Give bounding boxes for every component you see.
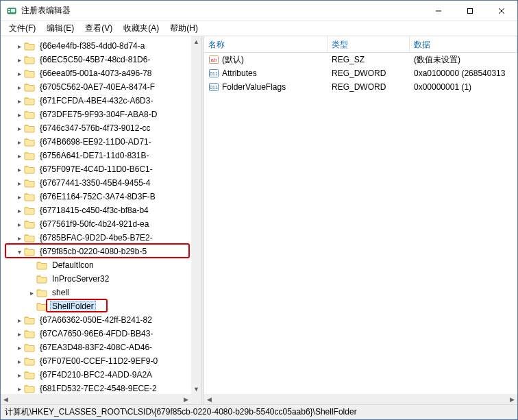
tree-node[interactable]: {6785BFAC-9D2D-4be5-B7E2- (1, 231, 191, 245)
menu-favorites[interactable]: 收藏夹(A) (118, 21, 164, 36)
expand-icon[interactable] (14, 371, 24, 379)
expand-icon[interactable] (14, 166, 24, 173)
tree-hscroll[interactable]: ◀ ▶ (1, 394, 191, 404)
values-list[interactable]: ab(默认)REG_SZ(数值未设置)011AttributesREG_DWOR… (204, 53, 517, 394)
registry-tree[interactable]: {66e4e4fb-f385-4dd0-8d74-a{66EC5C50-45B7… (1, 36, 191, 394)
menu-help[interactable]: 帮助(H) (164, 21, 204, 36)
minimize-button[interactable] (423, 1, 454, 21)
expand-icon[interactable] (14, 358, 24, 365)
col-type[interactable]: 类型 (328, 36, 410, 52)
tree-node[interactable]: {677561f9-50fc-4b24-921d-ea (1, 217, 191, 231)
svg-text:011: 011 (210, 71, 218, 76)
values-hscroll[interactable]: ◀ ▶ (204, 394, 517, 404)
tree-label: {6705C562-0AE7-40EA-8474-F (38, 82, 157, 92)
tree-node[interactable]: {67EA3D48-83F2-408C-AD46- (1, 341, 191, 354)
tree-node[interactable]: {67F07E00-CCEF-11D2-9EF9-0 (1, 354, 191, 368)
tree-node[interactable]: {6756A641-DE71-11d0-831B- (1, 149, 191, 162)
status-path: 计算机\HKEY_CLASSES_ROOT\CLSID\{679f85cb-02… (5, 406, 357, 418)
expand-icon[interactable] (14, 138, 24, 146)
folder-icon (24, 110, 35, 119)
tree-node[interactable]: {676E1164-752C-3A74-8D3F-B (1, 190, 191, 203)
tree-node[interactable]: {6746c347-576b-4f73-9012-cc (1, 121, 191, 135)
tree-label: {67A66362-050E-42ff-B241-82 (38, 314, 154, 325)
tree-label: {66eea0f5-001a-4073-a496-78 (38, 68, 153, 79)
tree-node[interactable]: {67A66362-050E-42ff-B241-82 (1, 313, 191, 327)
tree-label: {681FD532-7EC2-4548-9ECE-2 (38, 383, 159, 394)
folder-icon (24, 55, 35, 64)
tree-label: {67F4D210-BFC2-4ADD-9A2A (38, 369, 154, 380)
scroll-up-icon[interactable]: ▲ (191, 36, 201, 47)
expand-icon[interactable] (14, 56, 24, 64)
tree-node[interactable]: {671FCFDA-4BE4-432c-A6D3- (1, 94, 191, 108)
expand-icon[interactable] (14, 152, 24, 160)
folder-icon (24, 164, 35, 174)
value-data: 0xa0100000 (268540313 (410, 69, 517, 78)
tree-node[interactable]: DefaultIcon (1, 258, 191, 272)
menu-edit[interactable]: 编辑(E) (41, 21, 79, 36)
expand-icon[interactable] (14, 70, 24, 77)
value-row[interactable]: 011FolderValueFlagsREG_DWORD0x00000001 (… (204, 80, 517, 94)
tree-node[interactable]: {67CA7650-96E6-4FDD-BB43- (1, 327, 191, 341)
tree-label: {67F07E00-CCEF-11D2-9EF9-0 (38, 356, 160, 367)
value-name: Attributes (222, 69, 257, 78)
expand-icon[interactable] (14, 234, 24, 242)
tree-label: {67CA7650-96E6-4FDD-BB43- (38, 328, 155, 339)
tree-vscroll[interactable]: ▲ ▼ (191, 36, 201, 394)
value-type: REG_DWORD (328, 69, 410, 78)
expand-icon[interactable] (14, 221, 24, 228)
expand-icon[interactable] (27, 289, 36, 297)
tree-node[interactable]: {679f85cb-0220-4080-b29b-5 (1, 245, 191, 258)
expand-icon[interactable] (14, 344, 24, 351)
tree-node[interactable]: {675F097E-4C4D-11D0-B6C1- (1, 162, 191, 176)
expand-icon[interactable] (14, 180, 24, 187)
statusbar: 计算机\HKEY_CLASSES_ROOT\CLSID\{679f85cb-02… (1, 404, 517, 419)
tree-node[interactable]: {66eea0f5-001a-4073-a496-78 (1, 66, 191, 80)
value-row[interactable]: 011AttributesREG_DWORD0xa0100000 (268540… (204, 66, 517, 80)
expand-icon[interactable] (14, 84, 24, 91)
tree-node[interactable]: shell (1, 286, 191, 299)
folder-icon (36, 274, 47, 284)
tree-node[interactable]: {66e4e4fb-f385-4dd0-8d74-a (1, 39, 191, 53)
menu-file[interactable]: 文件(F) (3, 21, 41, 36)
expand-icon[interactable] (14, 111, 24, 119)
expand-icon[interactable] (14, 193, 24, 201)
expand-icon[interactable] (14, 248, 24, 256)
tree-label: {676E1164-752C-3A74-8D3F-B (38, 191, 158, 202)
tree-node[interactable]: InProcServer32 (1, 272, 191, 286)
col-name[interactable]: 名称 (204, 36, 328, 52)
expand-icon[interactable] (14, 97, 24, 105)
scroll-right-icon[interactable]: ▶ (507, 394, 517, 404)
folder-icon (24, 178, 35, 188)
tree-pane: {66e4e4fb-f385-4dd0-8d74-a{66EC5C50-45B7… (1, 36, 201, 404)
tree-node[interactable]: {67718415-c450-4f3c-bf8a-b4 (1, 203, 191, 217)
scroll-down-icon[interactable]: ▼ (191, 384, 201, 394)
col-data[interactable]: 数据 (410, 36, 517, 52)
expand-icon[interactable] (14, 125, 24, 132)
expand-icon[interactable] (14, 317, 24, 324)
expand-icon[interactable] (14, 207, 24, 214)
menu-view[interactable]: 查看(V) (79, 21, 118, 36)
tree-label: {673DFE75-9F93-304F-ABA8-D (38, 109, 159, 120)
expand-icon[interactable] (14, 385, 24, 393)
tree-node[interactable]: {673DFE75-9F93-304F-ABA8-D (1, 108, 191, 121)
expand-icon[interactable] (14, 330, 24, 338)
expand-icon[interactable] (14, 42, 24, 50)
folder-icon (24, 151, 35, 160)
tree-node[interactable]: ShellFolder (1, 299, 191, 313)
tree-node[interactable]: {681FD532-7EC2-4548-9ECE-2 (1, 382, 191, 394)
scroll-left-icon[interactable]: ◀ (1, 394, 11, 404)
value-row[interactable]: ab(默认)REG_SZ(数值未设置) (204, 53, 517, 66)
tree-label: shell (50, 287, 71, 298)
scroll-left-icon[interactable]: ◀ (204, 394, 214, 404)
tree-node[interactable]: {67F4D210-BFC2-4ADD-9A2A (1, 368, 191, 382)
tree-node[interactable]: {6705C562-0AE7-40EA-8474-F (1, 80, 191, 94)
close-button[interactable] (486, 1, 517, 21)
tree-node[interactable]: {67677441-3350-45B4-9455-4 (1, 176, 191, 190)
maximize-button[interactable] (454, 1, 486, 21)
tree-node[interactable]: {66EC5C50-45B7-48cd-81D6- (1, 53, 191, 66)
tree-node[interactable]: {674B6698-EE92-11D0-AD71- (1, 135, 191, 149)
values-header: 名称 类型 数据 (204, 36, 517, 53)
folder-icon (24, 384, 35, 393)
scroll-right-icon[interactable]: ▶ (181, 394, 191, 404)
tree-label: {6756A641-DE71-11d0-831B- (38, 150, 151, 161)
